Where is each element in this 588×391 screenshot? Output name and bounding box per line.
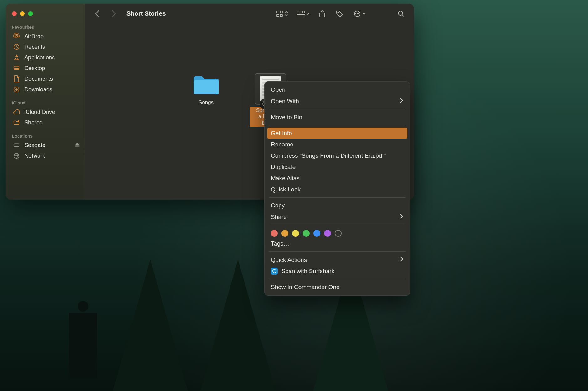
menu-item-label: Compress “Songs From a Different Era.pdf…	[271, 152, 386, 159]
tag-color-none[interactable]	[335, 230, 342, 237]
sidebar: Favourites AirDrop Recents Applications …	[6, 4, 85, 200]
sidebar-item-label: Network	[24, 153, 45, 159]
document-icon	[13, 75, 20, 82]
clock-icon	[13, 43, 20, 50]
menu-item[interactable]: Share	[265, 211, 410, 223]
menu-item-label: Share	[271, 214, 287, 221]
chevron-right-icon	[400, 213, 404, 221]
sidebar-item-desktop[interactable]: Desktop	[11, 63, 82, 74]
menu-item-label: Duplicate	[271, 164, 296, 170]
share-button[interactable]	[317, 8, 328, 19]
sidebar-item-airdrop[interactable]: AirDrop	[11, 31, 82, 42]
svg-rect-14	[300, 11, 302, 13]
sidebar-item-label: Downloads	[24, 86, 52, 93]
sidebar-item-label: Shared	[24, 119, 43, 126]
menu-item-label: Get Info	[271, 130, 292, 137]
svg-rect-15	[303, 11, 305, 13]
menu-item-label: Quick Actions	[271, 256, 307, 263]
menu-item[interactable]: Copy	[265, 200, 410, 211]
sidebar-item-documents[interactable]: Documents	[11, 74, 82, 84]
back-button[interactable]	[93, 8, 102, 20]
tag-color[interactable]	[281, 230, 288, 237]
search-icon	[397, 10, 405, 18]
svg-rect-10	[280, 11, 282, 13]
svg-point-23	[358, 13, 359, 14]
group-icon	[296, 8, 306, 19]
forward-button[interactable]	[109, 8, 118, 20]
view-mode-button[interactable]	[274, 8, 289, 19]
sidebar-item-applications[interactable]: Applications	[11, 52, 82, 63]
search-button[interactable]	[396, 8, 406, 19]
sidebar-section-label: iCloud	[11, 98, 82, 107]
tag-color[interactable]	[292, 230, 299, 237]
menu-item[interactable]: Quick Actions	[265, 254, 410, 266]
tag-color-row	[265, 227, 410, 238]
sidebar-item-network[interactable]: Network	[11, 150, 82, 161]
shield-icon	[271, 268, 278, 275]
chevron-right-icon	[400, 256, 404, 263]
chevron-right-icon	[400, 98, 404, 105]
menu-item[interactable]: Duplicate	[265, 161, 410, 173]
svg-point-24	[398, 11, 403, 15]
window-title: Short Stories	[126, 10, 166, 17]
sidebar-item-label: Recents	[24, 44, 45, 50]
chevron-updown-icon	[284, 8, 289, 19]
menu-item[interactable]: Move to Bin	[265, 112, 410, 123]
tag-color[interactable]	[303, 230, 310, 237]
apps-icon	[13, 54, 20, 61]
minimize-window-button[interactable]	[20, 11, 25, 16]
menu-item-label: Open With	[271, 98, 299, 105]
svg-rect-9	[277, 11, 279, 13]
sidebar-section-label: Locations	[11, 131, 82, 140]
sidebar-item-shared[interactable]: Shared	[11, 117, 82, 128]
zoom-window-button[interactable]	[28, 11, 33, 16]
menu-item[interactable]: Get Info	[267, 128, 407, 139]
window-controls	[11, 8, 82, 22]
eject-icon[interactable]	[75, 142, 80, 149]
svg-point-22	[357, 13, 358, 14]
disk-icon	[13, 142, 20, 149]
folder-icon	[192, 74, 220, 96]
tag-icon	[336, 10, 344, 18]
menu-item-label: Tags…	[271, 240, 289, 247]
menu-item[interactable]: Quick Look	[265, 184, 410, 195]
file-label: Songs	[199, 99, 214, 106]
menu-item-label: Open	[271, 86, 285, 93]
group-by-button[interactable]	[296, 8, 310, 19]
download-icon	[13, 86, 20, 93]
svg-rect-12	[280, 14, 282, 17]
svg-line-25	[402, 15, 404, 16]
sidebar-item-downloads[interactable]: Downloads	[11, 84, 82, 95]
menu-item-label: Copy	[271, 202, 285, 209]
sidebar-item-label: Applications	[24, 54, 55, 61]
tag-color[interactable]	[313, 230, 320, 237]
sidebar-item-label: Seagate	[24, 142, 45, 149]
menu-item[interactable]: Make Alias	[265, 173, 410, 184]
svg-point-19	[338, 12, 338, 13]
cloud-icon	[13, 109, 20, 115]
menu-item[interactable]: Scan with Surfshark	[265, 266, 410, 277]
actions-button[interactable]	[352, 8, 366, 19]
menu-item[interactable]: Tags…	[265, 238, 410, 249]
actions-icon	[352, 8, 363, 19]
menu-item[interactable]: Rename	[265, 139, 410, 150]
toolbar: Short Stories	[85, 4, 414, 24]
svg-point-0	[16, 35, 18, 37]
menu-item[interactable]: Open	[265, 84, 410, 95]
sidebar-item-seagate[interactable]: Seagate	[11, 140, 82, 150]
menu-item[interactable]: Open With	[265, 95, 410, 107]
tag-color[interactable]	[271, 230, 278, 237]
folder-item[interactable]: Songs	[185, 74, 227, 127]
desktop-icon	[13, 65, 20, 72]
tags-button[interactable]	[334, 8, 345, 19]
airdrop-icon	[13, 33, 20, 40]
tag-color[interactable]	[324, 230, 331, 237]
menu-item[interactable]: Show In Commander One	[265, 282, 410, 293]
close-window-button[interactable]	[12, 11, 17, 16]
sidebar-item-label: AirDrop	[24, 33, 44, 40]
sidebar-item-recents[interactable]: Recents	[11, 42, 82, 52]
sidebar-item-icloud-drive[interactable]: iCloud Drive	[11, 107, 82, 117]
svg-rect-13	[297, 11, 299, 13]
menu-item[interactable]: Compress “Songs From a Different Era.pdf…	[265, 150, 410, 161]
menu-item-label: Rename	[271, 141, 293, 148]
